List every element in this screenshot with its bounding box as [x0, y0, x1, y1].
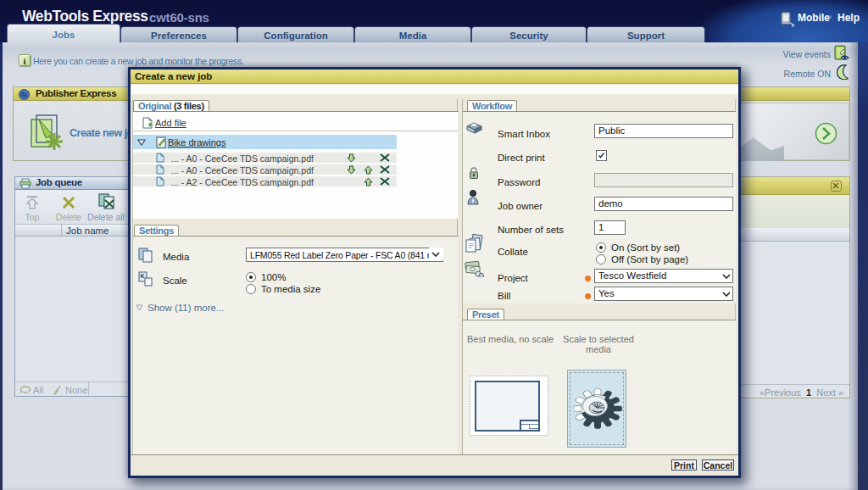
svg-text:K: K — [141, 273, 145, 279]
